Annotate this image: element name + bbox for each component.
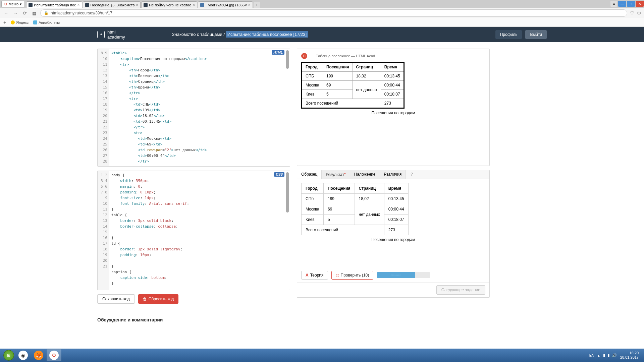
opera-menu-button[interactable]: O Меню ▾ [1, 1, 25, 7]
tray-up-icon[interactable]: ▴ [598, 353, 600, 358]
taskbar-opera[interactable]: O [47, 349, 61, 361]
preview-table: Город Посещения Страниц Время СПБ 199 18… [301, 62, 405, 109]
main-content: HTML 8 9 10 11 12 13 14 15 16 17 18 19 2… [0, 42, 644, 329]
target-icon: ◎ [336, 273, 339, 278]
help-button[interactable]: ? [408, 170, 416, 179]
bookmark-yandex[interactable]: Яндекс [11, 20, 29, 24]
discussion-heading: Обсуждение и комментарии [97, 317, 547, 322]
opera-icon: O [49, 351, 59, 360]
save-code-button[interactable]: Сохранить код [97, 294, 135, 304]
taskbar-firefox[interactable]: 🦊 [31, 349, 46, 361]
preview-tab-title: Таблица посложнее — HTML Acad [316, 54, 375, 58]
flag-icon[interactable]: ▮ [603, 353, 605, 358]
favicon [144, 3, 148, 7]
result-tabs: Образец Результат● Наложение Различия ? [297, 170, 489, 179]
minimize-button[interactable]: — [618, 1, 626, 7]
close-icon[interactable]: × [193, 3, 195, 7]
window-controls: — □ ✕ [618, 0, 644, 8]
preview-panel: O Таблица посложнее — HTML Acad Город По… [297, 49, 490, 166]
result-panel: Образец Результат● Наложение Различия ? … [297, 170, 490, 298]
favicon [85, 3, 89, 7]
url-text: htmlacademy.ru/courses/39/run/17 [51, 11, 112, 15]
tab-sample[interactable]: Образец [297, 170, 322, 179]
add-tab-button[interactable]: + [254, 2, 260, 8]
html-editor[interactable]: HTML 8 9 10 11 12 13 14 15 16 17 18 19 2… [97, 49, 290, 167]
reset-code-button[interactable]: 🗑Сбросить код [138, 294, 178, 304]
chevron-down-icon: ▾ [20, 2, 22, 6]
tab-0[interactable]: Испытание: таблица пос× [26, 1, 82, 8]
progress-bar: таннее [377, 272, 430, 278]
avia-icon [33, 20, 37, 24]
close-icon[interactable]: × [77, 3, 80, 7]
tab-1[interactable]: Последние §5. Знакомств× [83, 1, 141, 8]
chrome-icon: ◉ [18, 351, 28, 360]
volume-icon[interactable]: 🔊 [612, 353, 617, 358]
opera-icon: O [301, 53, 307, 59]
tab-overlay[interactable]: Наложение [350, 170, 380, 179]
theory-icon: A [306, 273, 309, 278]
breadcrumb-parent[interactable]: Знакомство с таблицами [172, 32, 222, 37]
firefox-icon: 🦊 [34, 351, 43, 360]
tab-result[interactable]: Результат● [322, 170, 350, 179]
check-button[interactable]: ◎Проверить (10) [331, 271, 374, 280]
bookmark-avia[interactable]: Авиабилеты [33, 20, 60, 24]
language-indicator[interactable]: EN [589, 353, 594, 357]
css-gutter: 1 2 3 4 5 6 7 8 9 10 11 12 13 14 15 16 1… [98, 171, 109, 290]
result-caption: Посещения по городам [301, 237, 485, 242]
tab-diff[interactable]: Различия [380, 170, 406, 179]
favicon [29, 3, 33, 7]
start-button[interactable]: ⊞ [2, 349, 15, 362]
address-bar: ← → ⟳ ▦ 🔒 htmlacademy.ru/courses/39/run/… [0, 8, 644, 18]
windows-icon: ⊞ [3, 350, 14, 361]
favicon [200, 3, 204, 7]
url-input[interactable]: 🔒 htmlacademy.ru/courses/39/run/17 [40, 9, 627, 17]
close-icon[interactable]: × [136, 3, 138, 7]
html-gutter: 8 9 10 11 12 13 14 15 16 17 18 19 20 21 … [98, 49, 109, 166]
site-header: ✦ htmlacademy Знакомство с таблицами / И… [0, 27, 644, 42]
bookmarks-bar: + Яндекс Авиабилеты [0, 18, 644, 27]
preview-caption: Посещения по городам [301, 111, 485, 115]
browser-titlebar: O Меню ▾ Испытание: таблица пос× Последн… [0, 0, 644, 8]
logout-button[interactable]: Выйти [525, 30, 547, 39]
yandex-icon [11, 20, 15, 24]
trash-icon: 🗑 [143, 297, 147, 301]
theory-button[interactable]: AТеория [301, 271, 328, 280]
breadcrumb: Знакомство с таблицами / Испытание: табл… [172, 32, 308, 37]
page-gear-icon[interactable]: ⚙ [637, 10, 641, 16]
clock[interactable]: 16:20 28.01.2017 [620, 351, 639, 360]
css-editor[interactable]: CSS 1 2 3 4 5 6 7 8 9 10 11 12 13 14 15 … [97, 171, 290, 290]
lock-icon: 🔒 [44, 11, 49, 15]
tabs-row: Испытание: таблица пос× Последние §5. Зн… [26, 0, 610, 8]
close-button[interactable]: ✕ [636, 1, 644, 7]
profile-button[interactable]: Профиль [495, 30, 522, 39]
taskbar-chrome[interactable]: ◉ [16, 349, 31, 361]
result-table: Город Посещения Страниц Время СПб 199 18… [301, 183, 409, 235]
back-button[interactable]: ← [3, 10, 9, 16]
speed-dial-button[interactable]: ▦ [31, 10, 38, 16]
opera-icon: O [4, 2, 7, 6]
logo[interactable]: ✦ htmlacademy [97, 29, 125, 40]
reload-button[interactable]: ⟳ [21, 10, 28, 16]
browser-menu-icon[interactable]: ≡ [610, 1, 617, 7]
scrollbar-thumb[interactable] [286, 172, 289, 213]
network-icon[interactable]: ▮ [607, 353, 610, 358]
scrollbar-thumb[interactable] [286, 50, 289, 69]
action-bar: AТеория ◎Проверить (10) таннее [297, 268, 489, 282]
menu-label: Меню [9, 2, 19, 6]
logo-icon: ✦ [97, 31, 105, 38]
maximize-button[interactable]: □ [627, 1, 635, 7]
close-icon[interactable]: × [248, 3, 251, 7]
system-tray: EN ▴ ▮ ▮ 🔊 16:20 28.01.2017 [589, 351, 642, 360]
heart-icon[interactable]: ♡ [630, 10, 634, 16]
next-task-button[interactable]: Следующее задание [436, 285, 485, 295]
tab-2[interactable]: Не пойму чего не хватае× [141, 1, 197, 8]
html-code[interactable]: <table> <caption>Посещения по городам</c… [109, 49, 286, 166]
add-bookmark-button[interactable]: + [3, 20, 6, 25]
css-code[interactable]: body { width: 350px; margin: 0; padding:… [109, 171, 286, 288]
windows-taskbar: ⊞ ◉ 🦊 O EN ▴ ▮ ▮ 🔊 16:20 28.01.2017 [0, 349, 644, 362]
tab-3[interactable]: _MbrfYwf3Q4.jpg (1366×× [198, 1, 253, 8]
breadcrumb-progress: [17/23] [293, 32, 307, 37]
breadcrumb-current: Испытание: таблица посложнее [227, 32, 292, 37]
forward-button[interactable]: → [12, 10, 19, 16]
